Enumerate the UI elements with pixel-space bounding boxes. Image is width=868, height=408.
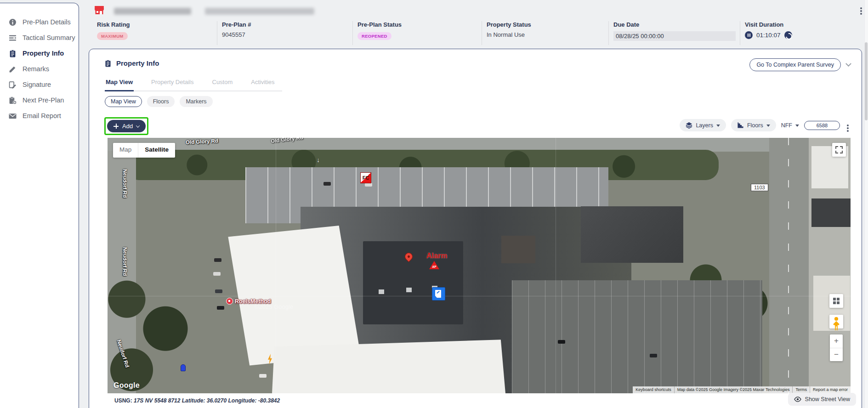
- map-building-center-dark: [363, 241, 463, 324]
- fullscreen-button[interactable]: [832, 143, 846, 157]
- pegman-button[interactable]: [829, 315, 843, 329]
- sidebar-item-property-info[interactable]: Property Info: [0, 45, 79, 61]
- street-label-neudorf-2: Neudorf Rd: [122, 247, 128, 276]
- sidebar-item-email-report[interactable]: Email Report: [0, 108, 79, 124]
- map-type-satellite[interactable]: Satellite: [138, 143, 175, 158]
- map-type-map[interactable]: Map: [113, 143, 138, 158]
- tab-custom[interactable]: Custom: [211, 79, 234, 91]
- risk-rating-badge: MAXIMUM: [97, 32, 128, 40]
- info-icon: [9, 18, 17, 26]
- sidebar-item-next-preplan[interactable]: Next Pre-Plan: [0, 92, 79, 108]
- map-rooftop-unit: [406, 288, 412, 292]
- pill-map-view[interactable]: Map View: [105, 96, 142, 107]
- layers-dropdown[interactable]: Layers: [680, 119, 726, 131]
- map-car: [213, 272, 221, 276]
- map-building-bottom-roof: [272, 339, 505, 393]
- sidebar-item-remarks[interactable]: Remarks: [0, 61, 79, 77]
- floor-value-field[interactable]: 6588: [804, 121, 840, 130]
- show-street-view-button[interactable]: Show Street View: [788, 393, 856, 406]
- map-building-far-right-2: [811, 198, 851, 227]
- envelope-icon: [9, 112, 17, 120]
- report-map-error-link[interactable]: Report a map error: [810, 386, 851, 393]
- nff-label: NFF: [781, 122, 792, 129]
- sidebar-item-label: Pre-Plan Details: [23, 18, 71, 26]
- keyboard-shortcuts-link[interactable]: Keyboard shortcuts: [633, 386, 674, 393]
- sidebar-item-label: Tactical Summary: [23, 34, 75, 41]
- map-car: [217, 306, 224, 310]
- page: Risk Rating MAXIMUM Pre-Plan # 9045557 P…: [0, 0, 868, 408]
- tiles-grid-icon: [833, 298, 836, 300]
- pause-icon[interactable]: [745, 31, 753, 39]
- tab-map-view[interactable]: Map View: [105, 79, 134, 91]
- sidebar-item-label: Signature: [23, 81, 51, 88]
- map-car: [323, 182, 331, 186]
- preplan-document-marker[interactable]: [432, 287, 445, 300]
- toolbar-kebab-menu-icon[interactable]: [847, 125, 849, 126]
- collapse-chevron-icon[interactable]: [845, 61, 851, 67]
- page-title: Property Info: [116, 59, 159, 67]
- map-car: [558, 340, 565, 344]
- page-scrollbar[interactable]: [864, 0, 868, 408]
- zoom-in-button[interactable]: +: [830, 334, 843, 348]
- usng-label: USNG:: [114, 397, 132, 404]
- floors-dropdown[interactable]: Floors: [731, 119, 776, 131]
- pill-markers[interactable]: Markers: [180, 96, 212, 107]
- tiles-grid-button[interactable]: [829, 294, 843, 308]
- sidebar-item-label: Property Info: [23, 50, 64, 57]
- store-icon: [94, 6, 104, 15]
- hydrant-marker[interactable]: [181, 364, 186, 371]
- header-kebab-menu-icon[interactable]: [860, 7, 862, 9]
- map-car: [650, 354, 657, 357]
- due-date-label: Due Date: [613, 21, 740, 28]
- sidebar-item-label: Next Pre-Plan: [23, 96, 64, 104]
- map-building-top-right: [581, 206, 683, 263]
- floors-label: Floors: [747, 122, 763, 129]
- map-road-dashes: [788, 138, 789, 393]
- alarm-marker-label[interactable]: Alarm: [426, 252, 447, 260]
- layers-icon: [686, 122, 692, 129]
- add-button[interactable]: Add: [107, 120, 146, 132]
- sidebar-item-signature[interactable]: Signature: [0, 77, 79, 92]
- map-car: [215, 289, 222, 293]
- caret-down-icon: [766, 125, 770, 127]
- zoom-out-button[interactable]: −: [830, 348, 843, 362]
- sidebar-item-label: Remarks: [23, 65, 49, 73]
- scrollbar-thumb[interactable]: [865, 42, 868, 120]
- reset-icon[interactable]: [784, 31, 792, 39]
- pill-floors[interactable]: Floors: [147, 96, 175, 107]
- due-date-input[interactable]: 08/28/25 00:00:00: [613, 31, 736, 41]
- stairs-icon: [737, 122, 744, 129]
- map-car: [214, 258, 221, 262]
- visit-duration-label: Visit Duration: [745, 21, 792, 28]
- caret-down-icon: [795, 125, 799, 127]
- preplan-status-badge: REOPENED: [357, 32, 391, 40]
- pegman-icon: [831, 317, 841, 331]
- chevron-down-icon: [136, 124, 140, 127]
- usng-coordinates: USNG: 17S NV 5548 8712 Latitude: 36.0270…: [114, 397, 280, 404]
- map-view-pills: Map View Floors Markers: [105, 96, 213, 107]
- next-preplan-icon: [9, 96, 17, 104]
- fdc-marker[interactable]: FC: [360, 172, 371, 183]
- sidebar-item-preplan-details[interactable]: Pre-Plan Details: [0, 14, 79, 30]
- clipboard-icon: [9, 50, 17, 57]
- sidebar-item-tactical-summary[interactable]: Tactical Summary: [0, 30, 79, 45]
- plus-icon: [113, 124, 119, 129]
- terms-link[interactable]: Terms: [792, 386, 810, 393]
- place-label-roelsmethod[interactable]: RoelsMethod: [226, 298, 271, 305]
- preplan-number-value: 9045557: [222, 31, 352, 38]
- map-type-toggle: Map Satellite: [113, 143, 175, 158]
- visit-duration-value: 01:10:07: [756, 32, 781, 39]
- card-title-row: Property Info: [104, 59, 159, 67]
- map-car: [365, 183, 372, 187]
- risk-rating-label: Risk Rating: [97, 21, 217, 28]
- go-to-complex-parent-survey-button[interactable]: Go To Complex Parent Survey: [749, 58, 841, 71]
- route-badge-1103[interactable]: 1103: [751, 184, 768, 191]
- google-logo: Google: [113, 381, 140, 390]
- tab-activities[interactable]: Activities: [250, 79, 275, 91]
- show-street-view-label: Show Street View: [805, 396, 850, 402]
- tab-property-details[interactable]: Property Details: [150, 79, 194, 91]
- map-attribution: Keyboard shortcuts Map data ©2025 Google…: [633, 386, 851, 393]
- map-toolbar: Layers Floors NFF 6588: [680, 119, 849, 131]
- nff-dropdown[interactable]: NFF: [781, 122, 799, 129]
- satellite-map[interactable]: Old Glory Rd Old Glory Rd Neudorf Rd Neu…: [108, 138, 851, 393]
